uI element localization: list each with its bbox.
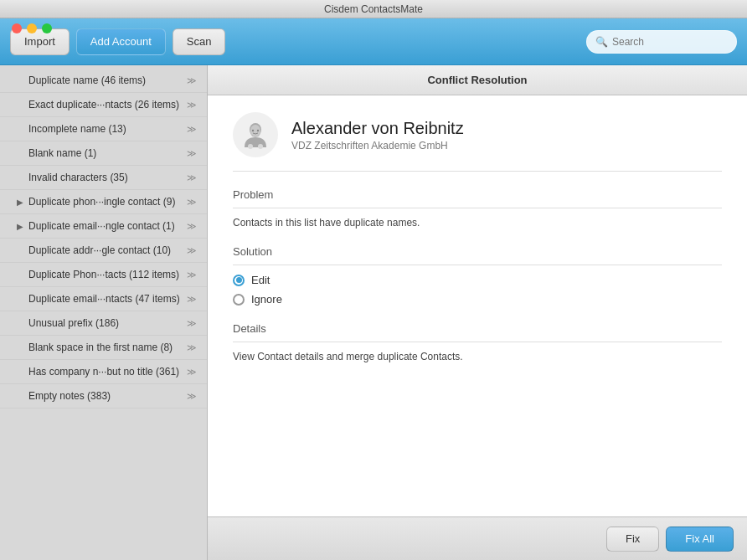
details-divider	[233, 342, 722, 342]
sidebar-sort-icon: ≫	[187, 124, 197, 135]
sidebar-item-duplicate-email[interactable]: ▶Duplicate email···ngle contact (1)≫	[0, 214, 207, 239]
svg-point-5	[252, 130, 254, 131]
contact-avatar	[233, 112, 278, 157]
sidebar-item-blank-space[interactable]: Blank space in the first name (8)≫	[0, 336, 207, 360]
app-title: Cisdem ContactsMate	[324, 3, 423, 15]
contact-name: Alexander von Reibnitz	[291, 119, 464, 138]
sidebar-item-empty-notes[interactable]: Empty notes (383)≫	[0, 384, 207, 408]
problem-divider	[233, 208, 722, 208]
expand-arrow-icon: ▶	[17, 222, 25, 231]
problem-section: Problem Contacts in this list have dupli…	[233, 188, 722, 229]
bottom-bar: Fix Fix All	[208, 516, 747, 560]
sidebar-sort-icon: ≫	[187, 221, 197, 232]
sidebar-sort-icon: ≫	[187, 270, 197, 280]
sidebar-item-duplicate-phone[interactable]: ▶Duplicate phon···ingle contact (9)≫	[0, 190, 207, 214]
window-controls	[12, 23, 52, 33]
toolbar: Import Add Account Scan 🔍	[0, 18, 747, 65]
panel-title-bar: Conflict Resolution	[208, 65, 747, 95]
sidebar-sort-icon: ≫	[187, 318, 197, 329]
sidebar-item-label: Empty notes (383)	[28, 390, 183, 402]
svg-point-3	[258, 144, 263, 149]
sidebar-item-label: Incomplete name (13)	[28, 123, 183, 135]
sidebar-item-label: Duplicate email···ngle contact (1)	[28, 220, 183, 232]
sidebar-item-label: Duplicate addr···gle contact (10)	[28, 244, 183, 256]
solution-section: Solution Edit Ignore	[233, 245, 722, 306]
search-box: 🔍	[586, 30, 737, 54]
ignore-radio-option[interactable]: Ignore	[233, 293, 722, 306]
sidebar-sort-icon: ≫	[187, 367, 197, 378]
maximize-button[interactable]	[42, 23, 52, 33]
sidebar-item-label: Unusual prefix (186)	[28, 317, 183, 329]
contact-panel: Alexander von Reibnitz VDZ Zeitschriften…	[208, 95, 747, 516]
contact-header: Alexander von Reibnitz VDZ Zeitschriften…	[233, 112, 722, 172]
content-area: Conflict Resolution	[208, 65, 747, 560]
details-text: View Contact details and merge duplicate…	[233, 351, 722, 362]
solution-divider	[233, 265, 722, 265]
contact-company: VDZ Zeitschriften Akademie GmbH	[291, 140, 464, 152]
sidebar-item-unusual-prefix[interactable]: Unusual prefix (186)≫	[0, 311, 207, 336]
add-account-button[interactable]: Add Account	[76, 28, 166, 55]
sidebar-item-incomplete-name[interactable]: Incomplete name (13)≫	[0, 117, 207, 141]
minimize-button[interactable]	[27, 23, 37, 33]
sidebar-item-invalid-chars[interactable]: Invalid characters (35)≫	[0, 166, 207, 190]
sidebar-item-exact-duplicate[interactable]: Exact duplicate···ntacts (26 items)≫	[0, 93, 207, 117]
sidebar-sort-icon: ≫	[187, 100, 197, 110]
problem-text: Contacts in this list have duplicate nam…	[233, 217, 722, 229]
sidebar-sort-icon: ≫	[187, 294, 197, 305]
ignore-radio-circle[interactable]	[233, 294, 245, 306]
sidebar-sort-icon: ≫	[187, 172, 197, 183]
sidebar-item-duplicate-email-tacts[interactable]: Duplicate email···ntacts (47 items)≫	[0, 287, 207, 311]
details-label: Details	[233, 322, 722, 335]
sidebar-sort-icon: ≫	[187, 245, 197, 256]
sidebar-sort-icon: ≫	[187, 148, 197, 159]
sidebar-item-label: Duplicate Phon···tacts (112 items)	[28, 269, 183, 280]
sidebar-sort-icon: ≫	[187, 391, 197, 402]
sidebar-item-label: Exact duplicate···ntacts (26 items)	[28, 99, 183, 110]
problem-label: Problem	[233, 188, 722, 201]
sidebar-sort-icon: ≫	[187, 342, 197, 353]
sidebar-item-has-company[interactable]: Has company n···but no title (361)≫	[0, 360, 207, 384]
sidebar-item-blank-name[interactable]: Blank name (1)≫	[0, 141, 207, 166]
svg-point-4	[250, 125, 260, 136]
sidebar-item-duplicate-phon-tacts[interactable]: Duplicate Phon···tacts (112 items)≫	[0, 263, 207, 287]
sidebar-item-label: Blank space in the first name (8)	[28, 342, 183, 353]
details-section: Details View Contact details and merge d…	[233, 322, 722, 362]
fix-button[interactable]: Fix	[606, 527, 659, 552]
edit-radio-option[interactable]: Edit	[233, 274, 722, 286]
sidebar-item-label: Has company n···but no title (361)	[28, 366, 183, 378]
solution-radio-group: Edit Ignore	[233, 274, 722, 306]
sidebar-item-label: Duplicate name (46 items)	[28, 74, 183, 86]
fix-all-button[interactable]: Fix All	[666, 527, 734, 552]
title-bar: Cisdem ContactsMate	[0, 0, 747, 18]
search-input[interactable]	[612, 36, 721, 48]
contact-info: Alexander von Reibnitz VDZ Zeitschriften…	[291, 119, 464, 152]
sidebar: Duplicate name (46 items)≫Exact duplicat…	[0, 65, 208, 560]
svg-point-2	[248, 144, 253, 149]
sidebar-sort-icon: ≫	[187, 75, 197, 86]
search-icon: 🔍	[595, 36, 608, 48]
sidebar-item-label: Blank name (1)	[28, 147, 183, 159]
scan-button[interactable]: Scan	[173, 28, 226, 55]
sidebar-item-duplicate-name[interactable]: Duplicate name (46 items)≫	[0, 69, 207, 93]
edit-radio-circle[interactable]	[233, 275, 245, 286]
expand-arrow-icon: ▶	[17, 198, 25, 207]
panel-title: Conflict Resolution	[427, 74, 527, 86]
sidebar-sort-icon: ≫	[187, 197, 197, 208]
close-button[interactable]	[12, 23, 22, 33]
solution-label: Solution	[233, 245, 722, 258]
sidebar-item-label: Invalid characters (35)	[28, 172, 183, 183]
sidebar-item-label: Duplicate email···ntacts (47 items)	[28, 293, 183, 305]
sidebar-item-label: Duplicate phon···ingle contact (9)	[28, 196, 183, 208]
main-layout: Duplicate name (46 items)≫Exact duplicat…	[0, 65, 747, 560]
edit-radio-label: Edit	[251, 274, 270, 286]
ignore-radio-label: Ignore	[251, 293, 282, 306]
sidebar-item-duplicate-addr[interactable]: Duplicate addr···gle contact (10)≫	[0, 239, 207, 263]
svg-point-6	[257, 130, 259, 131]
